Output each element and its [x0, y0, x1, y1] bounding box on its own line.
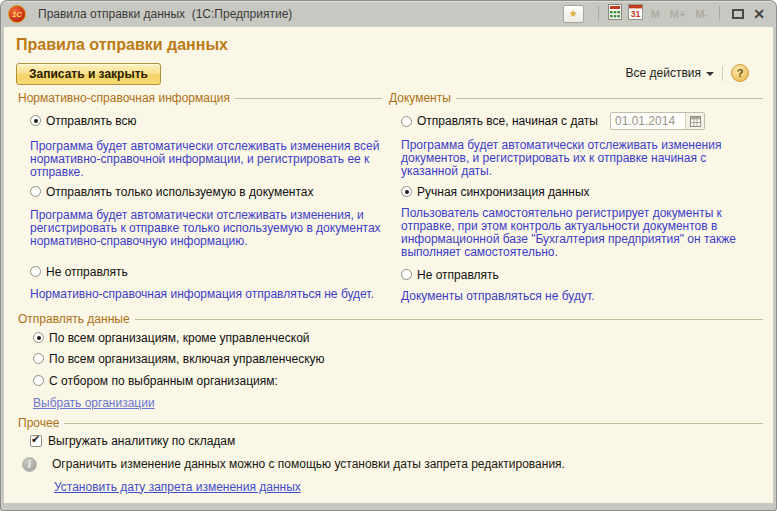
radio-indicator	[33, 332, 44, 343]
desc-nsi-send-all: Программа будет автоматически отслеживат…	[30, 140, 382, 179]
group-send-data: Отправлять данные По всем организациям, …	[18, 312, 763, 409]
memory-m-button: М	[651, 8, 660, 20]
calculator-icon[interactable]	[608, 4, 622, 24]
calendar-icon[interactable]: 31	[628, 4, 643, 24]
star-icon: ★	[569, 9, 578, 19]
radio-indicator	[33, 353, 44, 364]
group-line	[235, 98, 382, 99]
radio-send-all-orgs-incl-mgmt[interactable]: По всем организациям, включая управленче…	[33, 352, 763, 365]
date-value: 01.01.2014	[611, 114, 685, 128]
titlebar-separator	[598, 6, 599, 21]
radio-nsi-dont-send[interactable]: Не отправлять	[30, 265, 382, 278]
group-docs: Документы Отправлять все, начиная с даты…	[389, 91, 763, 303]
date-field[interactable]: 01.01.2014	[610, 112, 705, 130]
radio-docs-dont-send[interactable]: Не отправлять	[401, 268, 763, 281]
close-button[interactable]: ✕	[753, 6, 765, 22]
radio-docs-send-from-date[interactable]: Отправлять все, начиная с даты 01.01.201…	[401, 112, 763, 130]
titlebar: 1С Правила отправки данных (1С:Предприят…	[0, 0, 777, 27]
desc-docs-manual-sync: Пользователь самостоятельно регистрирует…	[401, 207, 763, 259]
desc-nsi-dont-send: Нормативно-справочная информация отправл…	[30, 288, 382, 301]
all-actions-button[interactable]: Все действия	[626, 66, 701, 80]
group-line	[135, 319, 763, 320]
info-icon: i	[22, 457, 37, 472]
group-other: Прочее Выгружать аналитику по складам i …	[18, 416, 763, 493]
favorites-button[interactable]: ★	[563, 5, 584, 23]
group-line	[456, 98, 763, 99]
radio-indicator	[30, 115, 41, 126]
set-restriction-date-link[interactable]: Установить дату запрета изменения данных	[54, 480, 301, 494]
radio-send-all-orgs-except-mgmt[interactable]: По всем организациям, кроме управленческ…	[33, 331, 763, 344]
radio-indicator	[401, 186, 412, 197]
radio-indicator	[401, 269, 412, 280]
maximize-button[interactable]	[732, 9, 744, 19]
info-text: Ограничить изменение данных можно с помо…	[52, 457, 565, 471]
group-docs-title: Документы	[389, 91, 451, 105]
checkbox-export-warehouse-analytics[interactable]: Выгружать аналитику по складам	[30, 434, 763, 448]
radio-nsi-send-all[interactable]: Отправлять всю	[30, 114, 382, 127]
group-nsi: Нормативно-справочная информация Отправл…	[18, 91, 382, 301]
titlebar-separator	[719, 6, 720, 21]
1c-logo-icon: 1С	[8, 5, 26, 23]
form-content: Правила отправки данных Записать и закры…	[4, 27, 773, 503]
radio-indicator	[401, 116, 412, 127]
window: 1С Правила отправки данных (1С:Предприят…	[0, 0, 777, 511]
radio-indicator	[30, 266, 41, 277]
desc-nsi-used-only: Программа будет автоматически отслеживат…	[30, 209, 382, 248]
desc-docs-send-from-date: Программа будет автоматически отслеживат…	[401, 139, 763, 178]
chevron-down-icon	[706, 72, 714, 76]
checkbox-indicator	[30, 435, 42, 447]
select-organizations-link[interactable]: Выбрать организации	[33, 396, 155, 410]
radio-nsi-used-only[interactable]: Отправлять только используемую в докумен…	[30, 185, 382, 198]
radio-indicator	[33, 375, 44, 386]
group-line	[64, 423, 763, 424]
radio-send-selected-orgs[interactable]: С отбором по выбранным организациям:	[33, 374, 763, 387]
help-button[interactable]: ?	[731, 64, 749, 82]
actions-separator	[722, 66, 723, 81]
desc-docs-dont-send: Документы отправляться не будут.	[401, 290, 763, 303]
radio-docs-manual-sync[interactable]: Ручная синхронизация данных	[401, 185, 763, 198]
page-title: Правила отправки данных	[16, 36, 228, 54]
memory-mminus-button: М-	[695, 8, 708, 20]
group-send-title: Отправлять данные	[18, 312, 130, 326]
window-title: Правила отправки данных (1С:Предприятие)	[38, 7, 292, 21]
group-other-title: Прочее	[18, 416, 59, 430]
save-and-close-button[interactable]: Записать и закрыть	[16, 63, 161, 85]
date-picker-button[interactable]	[685, 113, 704, 129]
memory-mplus-button: М+	[670, 8, 686, 20]
group-nsi-title: Нормативно-справочная информация	[18, 91, 230, 105]
radio-indicator	[30, 186, 41, 197]
svg-text:31: 31	[630, 9, 640, 19]
